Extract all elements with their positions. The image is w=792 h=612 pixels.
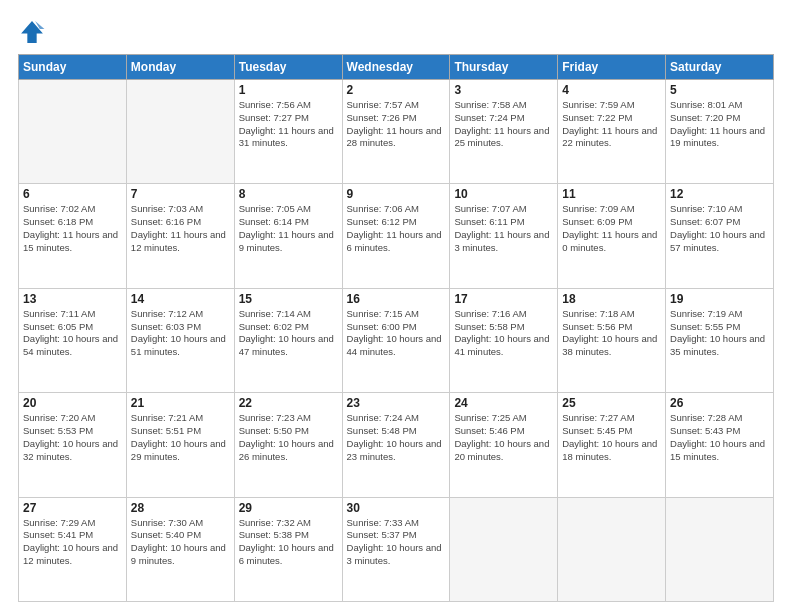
day-number: 2 [347, 83, 446, 97]
day-info: Sunrise: 7:58 AM Sunset: 7:24 PM Dayligh… [454, 99, 553, 150]
day-info: Sunrise: 7:09 AM Sunset: 6:09 PM Dayligh… [562, 203, 661, 254]
calendar-cell: 6Sunrise: 7:02 AM Sunset: 6:18 PM Daylig… [19, 184, 127, 288]
day-info: Sunrise: 7:21 AM Sunset: 5:51 PM Dayligh… [131, 412, 230, 463]
day-info: Sunrise: 7:16 AM Sunset: 5:58 PM Dayligh… [454, 308, 553, 359]
day-number: 10 [454, 187, 553, 201]
calendar-cell [450, 497, 558, 601]
calendar-cell: 30Sunrise: 7:33 AM Sunset: 5:37 PM Dayli… [342, 497, 450, 601]
calendar-week-4: 20Sunrise: 7:20 AM Sunset: 5:53 PM Dayli… [19, 393, 774, 497]
day-info: Sunrise: 7:07 AM Sunset: 6:11 PM Dayligh… [454, 203, 553, 254]
calendar-cell [666, 497, 774, 601]
day-info: Sunrise: 7:24 AM Sunset: 5:48 PM Dayligh… [347, 412, 446, 463]
calendar-cell: 16Sunrise: 7:15 AM Sunset: 6:00 PM Dayli… [342, 288, 450, 392]
calendar-week-3: 13Sunrise: 7:11 AM Sunset: 6:05 PM Dayli… [19, 288, 774, 392]
calendar-week-1: 1Sunrise: 7:56 AM Sunset: 7:27 PM Daylig… [19, 80, 774, 184]
calendar-header-friday: Friday [558, 55, 666, 80]
calendar-cell: 28Sunrise: 7:30 AM Sunset: 5:40 PM Dayli… [126, 497, 234, 601]
day-number: 26 [670, 396, 769, 410]
day-number: 4 [562, 83, 661, 97]
calendar-cell: 19Sunrise: 7:19 AM Sunset: 5:55 PM Dayli… [666, 288, 774, 392]
day-number: 20 [23, 396, 122, 410]
calendar-header-monday: Monday [126, 55, 234, 80]
day-number: 7 [131, 187, 230, 201]
day-info: Sunrise: 7:14 AM Sunset: 6:02 PM Dayligh… [239, 308, 338, 359]
calendar-cell: 22Sunrise: 7:23 AM Sunset: 5:50 PM Dayli… [234, 393, 342, 497]
day-number: 15 [239, 292, 338, 306]
day-number: 16 [347, 292, 446, 306]
day-number: 5 [670, 83, 769, 97]
calendar-cell: 13Sunrise: 7:11 AM Sunset: 6:05 PM Dayli… [19, 288, 127, 392]
day-number: 12 [670, 187, 769, 201]
calendar-cell: 8Sunrise: 7:05 AM Sunset: 6:14 PM Daylig… [234, 184, 342, 288]
calendar-cell: 23Sunrise: 7:24 AM Sunset: 5:48 PM Dayli… [342, 393, 450, 497]
calendar-cell [558, 497, 666, 601]
day-number: 3 [454, 83, 553, 97]
day-number: 1 [239, 83, 338, 97]
day-info: Sunrise: 7:27 AM Sunset: 5:45 PM Dayligh… [562, 412, 661, 463]
calendar-header-thursday: Thursday [450, 55, 558, 80]
day-info: Sunrise: 7:20 AM Sunset: 5:53 PM Dayligh… [23, 412, 122, 463]
calendar-week-5: 27Sunrise: 7:29 AM Sunset: 5:41 PM Dayli… [19, 497, 774, 601]
calendar-cell: 15Sunrise: 7:14 AM Sunset: 6:02 PM Dayli… [234, 288, 342, 392]
day-number: 18 [562, 292, 661, 306]
day-info: Sunrise: 7:29 AM Sunset: 5:41 PM Dayligh… [23, 517, 122, 568]
day-number: 9 [347, 187, 446, 201]
day-number: 21 [131, 396, 230, 410]
calendar-cell [126, 80, 234, 184]
day-number: 28 [131, 501, 230, 515]
day-number: 17 [454, 292, 553, 306]
svg-marker-0 [21, 21, 43, 43]
day-info: Sunrise: 7:02 AM Sunset: 6:18 PM Dayligh… [23, 203, 122, 254]
day-number: 22 [239, 396, 338, 410]
day-number: 19 [670, 292, 769, 306]
day-info: Sunrise: 7:19 AM Sunset: 5:55 PM Dayligh… [670, 308, 769, 359]
day-info: Sunrise: 7:33 AM Sunset: 5:37 PM Dayligh… [347, 517, 446, 568]
logo-icon [18, 18, 46, 46]
day-number: 25 [562, 396, 661, 410]
day-number: 14 [131, 292, 230, 306]
calendar-cell: 3Sunrise: 7:58 AM Sunset: 7:24 PM Daylig… [450, 80, 558, 184]
day-info: Sunrise: 7:03 AM Sunset: 6:16 PM Dayligh… [131, 203, 230, 254]
calendar-table: SundayMondayTuesdayWednesdayThursdayFrid… [18, 54, 774, 602]
calendar-cell: 2Sunrise: 7:57 AM Sunset: 7:26 PM Daylig… [342, 80, 450, 184]
calendar-header-wednesday: Wednesday [342, 55, 450, 80]
day-info: Sunrise: 7:32 AM Sunset: 5:38 PM Dayligh… [239, 517, 338, 568]
day-number: 8 [239, 187, 338, 201]
day-info: Sunrise: 7:30 AM Sunset: 5:40 PM Dayligh… [131, 517, 230, 568]
day-number: 13 [23, 292, 122, 306]
calendar-cell: 25Sunrise: 7:27 AM Sunset: 5:45 PM Dayli… [558, 393, 666, 497]
day-info: Sunrise: 7:28 AM Sunset: 5:43 PM Dayligh… [670, 412, 769, 463]
calendar-header-tuesday: Tuesday [234, 55, 342, 80]
calendar-cell: 5Sunrise: 8:01 AM Sunset: 7:20 PM Daylig… [666, 80, 774, 184]
calendar-cell [19, 80, 127, 184]
calendar-cell: 7Sunrise: 7:03 AM Sunset: 6:16 PM Daylig… [126, 184, 234, 288]
calendar-cell: 10Sunrise: 7:07 AM Sunset: 6:11 PM Dayli… [450, 184, 558, 288]
day-info: Sunrise: 7:10 AM Sunset: 6:07 PM Dayligh… [670, 203, 769, 254]
day-info: Sunrise: 7:23 AM Sunset: 5:50 PM Dayligh… [239, 412, 338, 463]
calendar-cell: 24Sunrise: 7:25 AM Sunset: 5:46 PM Dayli… [450, 393, 558, 497]
day-number: 30 [347, 501, 446, 515]
day-info: Sunrise: 7:18 AM Sunset: 5:56 PM Dayligh… [562, 308, 661, 359]
day-info: Sunrise: 8:01 AM Sunset: 7:20 PM Dayligh… [670, 99, 769, 150]
calendar-header-sunday: Sunday [19, 55, 127, 80]
calendar-cell: 4Sunrise: 7:59 AM Sunset: 7:22 PM Daylig… [558, 80, 666, 184]
day-info: Sunrise: 7:05 AM Sunset: 6:14 PM Dayligh… [239, 203, 338, 254]
page: SundayMondayTuesdayWednesdayThursdayFrid… [0, 0, 792, 612]
day-info: Sunrise: 7:59 AM Sunset: 7:22 PM Dayligh… [562, 99, 661, 150]
logo [18, 18, 50, 46]
day-number: 24 [454, 396, 553, 410]
calendar-cell: 20Sunrise: 7:20 AM Sunset: 5:53 PM Dayli… [19, 393, 127, 497]
day-info: Sunrise: 7:56 AM Sunset: 7:27 PM Dayligh… [239, 99, 338, 150]
calendar-cell: 29Sunrise: 7:32 AM Sunset: 5:38 PM Dayli… [234, 497, 342, 601]
calendar-cell: 26Sunrise: 7:28 AM Sunset: 5:43 PM Dayli… [666, 393, 774, 497]
day-info: Sunrise: 7:12 AM Sunset: 6:03 PM Dayligh… [131, 308, 230, 359]
day-number: 27 [23, 501, 122, 515]
calendar-cell: 1Sunrise: 7:56 AM Sunset: 7:27 PM Daylig… [234, 80, 342, 184]
calendar-cell: 17Sunrise: 7:16 AM Sunset: 5:58 PM Dayli… [450, 288, 558, 392]
calendar-cell: 14Sunrise: 7:12 AM Sunset: 6:03 PM Dayli… [126, 288, 234, 392]
day-number: 29 [239, 501, 338, 515]
calendar-cell: 9Sunrise: 7:06 AM Sunset: 6:12 PM Daylig… [342, 184, 450, 288]
calendar-cell: 18Sunrise: 7:18 AM Sunset: 5:56 PM Dayli… [558, 288, 666, 392]
day-info: Sunrise: 7:15 AM Sunset: 6:00 PM Dayligh… [347, 308, 446, 359]
day-info: Sunrise: 7:57 AM Sunset: 7:26 PM Dayligh… [347, 99, 446, 150]
